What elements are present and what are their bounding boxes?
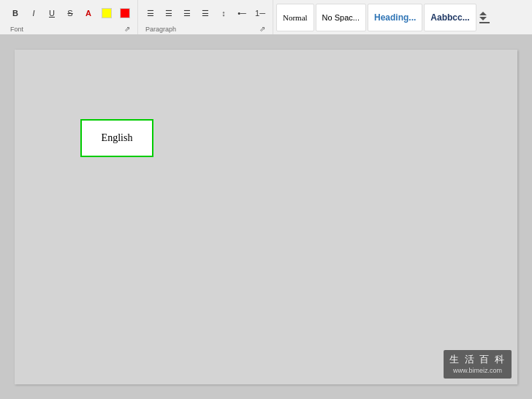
expand-styles-button[interactable] xyxy=(479,12,491,23)
ribbon-toolbar: B I U S A Font ⇗ ☰ ☰ ☰ ☰ ↕ •─ 1─ xyxy=(0,0,532,35)
heading1-style-button[interactable]: Heading... xyxy=(368,4,422,31)
watermark-chinese-text: 生 活 百 科 xyxy=(449,353,506,366)
line-spacing-button[interactable]: ↕ xyxy=(216,5,232,21)
numbering-button[interactable]: 1─ xyxy=(252,5,268,21)
bold-button[interactable]: B xyxy=(7,5,23,21)
no-spacing-style-button[interactable]: No Spac... xyxy=(316,4,366,31)
bullets-button[interactable]: •─ xyxy=(234,5,250,21)
align-center-button[interactable]: ☰ xyxy=(161,5,177,21)
font-group-label: Font ⇗ xyxy=(7,25,133,34)
watermark-url-text: www.bimeiz.com xyxy=(449,366,506,376)
expand-line-icon xyxy=(479,22,490,23)
paragraph-group-label: Paragraph ⇗ xyxy=(142,25,268,34)
normal-style-button[interactable]: Normal xyxy=(276,4,314,31)
scroll-up-icon xyxy=(479,12,487,15)
font-group-content: B I U S A xyxy=(7,1,133,25)
highlight-red-button[interactable] xyxy=(117,5,133,21)
paragraph-group: ☰ ☰ ☰ ☰ ↕ •─ 1─ Paragraph ⇗ xyxy=(138,0,273,34)
italic-button[interactable]: I xyxy=(26,5,42,21)
english-word-text: English xyxy=(102,132,133,144)
underline-button[interactable]: U xyxy=(44,5,60,21)
title-style-button[interactable]: Aabbcc... xyxy=(424,4,476,31)
styles-panel: Normal No Spac... Heading... Aabbcc... xyxy=(273,0,529,34)
align-left-button[interactable]: ☰ xyxy=(142,5,159,21)
paragraph-expand-icon[interactable]: ⇗ xyxy=(259,25,265,33)
strikethrough-button[interactable]: S xyxy=(62,5,78,21)
font-group: B I U S A Font ⇗ xyxy=(3,0,138,34)
document-page: English 生 活 百 科 www.bimeiz.com xyxy=(15,50,517,384)
scroll-down-icon xyxy=(479,17,487,20)
font-expand-icon[interactable]: ⇗ xyxy=(124,25,130,33)
align-right-button[interactable]: ☰ xyxy=(179,5,195,21)
paragraph-group-content: ☰ ☰ ☰ ☰ ↕ •─ 1─ xyxy=(142,1,268,25)
watermark-overlay: 生 活 百 科 www.bimeiz.com xyxy=(444,350,512,379)
document-container: English 生 活 百 科 www.bimeiz.com xyxy=(0,35,532,399)
english-word-box: English xyxy=(80,119,153,157)
text-color-button[interactable]: A xyxy=(80,5,96,21)
justify-button[interactable]: ☰ xyxy=(197,5,213,21)
highlight-yellow-button[interactable] xyxy=(99,5,115,21)
